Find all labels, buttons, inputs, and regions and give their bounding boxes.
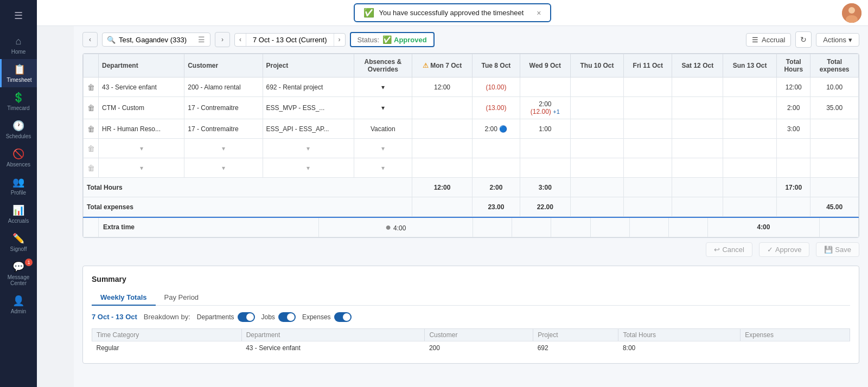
mon-cell[interactable]	[412, 97, 473, 119]
jobs-toggle[interactable]	[278, 312, 296, 322]
accrual-button[interactable]: ☰ Accrual	[746, 33, 791, 47]
col-project: Project	[263, 54, 354, 78]
absences-cell: ▾	[354, 78, 412, 97]
dropdown-icon[interactable]: ▾	[381, 83, 385, 91]
period-label: 7 Oct - 13 Oct (Current)	[246, 34, 334, 46]
sidebar-item-home[interactable]: ⌂ Home	[0, 31, 37, 59]
tab-pay-period[interactable]: Pay Period	[156, 290, 208, 306]
sat-cell[interactable]	[672, 97, 723, 119]
thu-cell[interactable]	[571, 78, 624, 97]
accruals-icon: 📊	[12, 204, 24, 216]
cancel-button[interactable]: ↩ Cancel	[706, 242, 752, 257]
col-customer: Customer	[184, 54, 263, 78]
period-navigator: ‹ 7 Oct - 13 Oct (Current) ›	[234, 33, 346, 47]
summary-title: Summary	[92, 275, 850, 283]
extra-time-row: Extra time ●4:00 4:00	[84, 217, 859, 237]
sidebar-item-profile[interactable]: 👥 Profile	[0, 172, 37, 200]
sidebar-label-schedules: Schedules	[6, 133, 31, 139]
dept-cell: CTM - Custom	[99, 97, 184, 119]
absences-dropdown-cell[interactable]: ▾	[354, 139, 412, 158]
summary-col-category: Time Category	[92, 328, 242, 341]
sidebar-item-messages[interactable]: 💬 Message Center 1	[0, 256, 37, 291]
exp-thu	[571, 197, 624, 217]
delete-row-icon[interactable]: 🗑	[87, 83, 95, 92]
dept-dropdown-cell[interactable]: ▾	[99, 139, 184, 158]
tue-cell[interactable]: (13.00)	[473, 97, 520, 119]
total-sat	[672, 178, 723, 197]
search-input[interactable]	[119, 36, 195, 44]
departments-toggle[interactable]	[238, 312, 255, 322]
sidebar-item-schedules[interactable]: 🕐 Schedules	[0, 115, 37, 144]
chevron-down-icon: ▾	[848, 36, 852, 44]
wed-cell[interactable]: 2:00 (12.00) +1	[520, 97, 570, 119]
sidebar-item-absences[interactable]: 🚫 Absences	[0, 144, 37, 172]
thu-cell[interactable]	[571, 119, 624, 139]
sidebar-item-admin[interactable]: 👤 Admin	[0, 291, 37, 319]
user-avatar[interactable]	[842, 3, 861, 23]
approve-button[interactable]: ✓ Approve	[759, 242, 809, 257]
dept-dropdown-cell[interactable]: ▾	[99, 158, 184, 178]
col-total-expenses: Totalexpenses	[810, 54, 859, 78]
status-text: Approved	[394, 36, 427, 44]
summary-expenses	[741, 341, 850, 354]
timesheet-table: Department Customer Project Absences &Ov…	[83, 54, 859, 217]
project-dropdown-cell[interactable]: ▾	[263, 139, 354, 158]
sun-cell[interactable]	[723, 97, 777, 119]
dropdown-icon[interactable]: ▾	[381, 104, 385, 112]
prev-nav-button[interactable]: ‹	[82, 32, 98, 47]
delete-row-icon[interactable]: 🗑	[87, 164, 95, 172]
filter-icon[interactable]: ☰	[198, 35, 205, 44]
approve-icon: ✓	[767, 246, 773, 254]
col-sun: Sun 13 Oct	[723, 54, 777, 78]
summary-category: Regular	[92, 341, 242, 354]
toolbar: ‹ 🔍 ☰ › ‹ 7 Oct - 13 Oct (Current) › Sta…	[74, 26, 868, 53]
sidebar-item-signoff[interactable]: ✏️ Signoff	[0, 228, 37, 256]
save-button[interactable]: 💾 Save	[816, 242, 859, 257]
project-dropdown-cell[interactable]: ▾	[263, 158, 354, 178]
delete-row-icon[interactable]: 🗑	[87, 104, 95, 112]
absences-dropdown-cell[interactable]: ▾	[354, 158, 412, 178]
sun-cell[interactable]	[723, 119, 777, 139]
sidebar-item-timecard[interactable]: 💲 Timecard	[0, 87, 37, 115]
sat-cell[interactable]	[672, 78, 723, 97]
expenses-toggle[interactable]	[334, 312, 352, 322]
customer-dropdown-cell[interactable]: ▾	[184, 158, 263, 178]
mon-cell[interactable]	[412, 119, 473, 139]
extra-time-wed	[512, 217, 551, 237]
toast-close-button[interactable]: ×	[537, 9, 541, 17]
wed-cell[interactable]	[520, 78, 570, 97]
col-total-hours: TotalHours	[777, 54, 810, 78]
toast-message: You have successfully approved the times…	[379, 9, 524, 17]
admin-icon: 👤	[12, 295, 24, 307]
sidebar-item-timesheet[interactable]: 📋 Timesheet	[0, 59, 37, 87]
hamburger-icon[interactable]: ☰	[9, 4, 28, 27]
delete-row-icon[interactable]: 🗑	[87, 144, 95, 153]
fri-cell[interactable]	[624, 119, 672, 139]
sun-cell[interactable]	[723, 78, 777, 97]
tue-cell[interactable]: (10.00)	[473, 78, 520, 97]
period-next-button[interactable]: ›	[334, 34, 345, 46]
next-nav-button[interactable]: ›	[215, 32, 230, 47]
sidebar: ☰ ⌂ Home 📋 Timesheet 💲 Timecard 🕐 Schedu…	[0, 0, 37, 387]
save-icon: 💾	[824, 246, 833, 254]
customer-dropdown-cell[interactable]: ▾	[184, 139, 263, 158]
period-prev-button[interactable]: ‹	[235, 34, 246, 46]
expand-plus[interactable]: +1	[553, 108, 560, 115]
refresh-icon: ↻	[800, 35, 807, 44]
refresh-button[interactable]: ↻	[795, 31, 812, 48]
sat-cell[interactable]	[672, 119, 723, 139]
tab-weekly-totals[interactable]: Weekly Totals	[92, 290, 156, 306]
fri-cell[interactable]	[624, 78, 672, 97]
sidebar-label-accruals: Accruals	[8, 218, 29, 224]
fri-cell[interactable]	[624, 97, 672, 119]
delete-row-icon[interactable]: 🗑	[87, 125, 95, 133]
thu-cell[interactable]	[571, 97, 624, 119]
wed-cell[interactable]: 1:00	[520, 119, 570, 139]
sidebar-item-accruals[interactable]: 📊 Accruals	[0, 200, 37, 228]
cancel-icon: ↩	[714, 246, 720, 254]
tue-cell[interactable]: 2:00 🔵	[473, 119, 520, 139]
mon-cell[interactable]: 12:00	[412, 78, 473, 97]
total-hours-cell: 3:00	[777, 119, 810, 139]
table-row: 🗑 CTM - Custom 17 - Contremaitre ESS_MVP…	[84, 97, 859, 119]
actions-button[interactable]: Actions ▾	[816, 33, 859, 47]
